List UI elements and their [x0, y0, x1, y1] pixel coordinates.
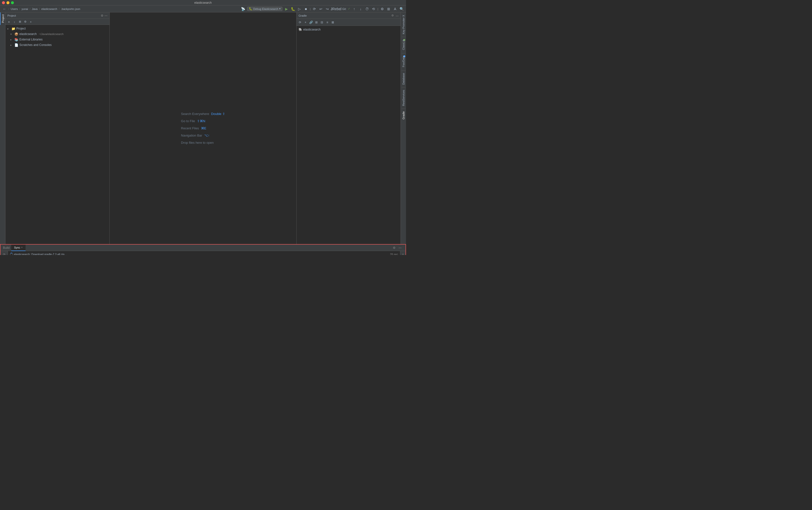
undo-icon[interactable]: ↩	[319, 6, 323, 11]
git-push-icon[interactable]: ↑	[352, 6, 357, 11]
maximize-button[interactable]	[11, 1, 14, 4]
run-config-selector[interactable]: 🐛 Debug Elasticsearch ▾	[247, 7, 283, 11]
tab-sync[interactable]: Sync ×	[11, 245, 26, 251]
gradle-expand-icon[interactable]: ⊞	[314, 20, 319, 25]
right-tab-strip: Key Promoter X ClassLib Foo/Data Databas…	[400, 12, 406, 244]
gradle-refresh-icon[interactable]: ⟳	[298, 20, 302, 25]
git-pull-icon[interactable]: ↓	[358, 6, 363, 11]
foodata-container: Foo/Data	[401, 54, 406, 69]
gradle-close-icon[interactable]: —	[396, 14, 398, 17]
gradle-collapse-icon[interactable]: ⊟	[320, 20, 324, 25]
close2-icon[interactable]: ×	[28, 19, 33, 24]
close-button[interactable]	[2, 1, 5, 4]
scratches-icon: 📄	[14, 43, 18, 47]
toolbar-right: 📡 🐛 Debug Elasticsearch ▾ ▶ 🐛 ▷ ■ | ⟳ ↩ …	[241, 6, 404, 11]
window-controls	[2, 1, 14, 4]
build-task-time: 26 sec	[390, 253, 398, 255]
hint-goto-label: Go to File	[181, 119, 195, 123]
debug-icon[interactable]: 🐛	[290, 6, 295, 11]
hint-drop-label: Drop files here to open	[181, 141, 214, 144]
translate-icon[interactable]: A	[393, 6, 397, 11]
stop-icon[interactable]: ■	[303, 6, 308, 11]
gradle-filter-icon[interactable]: ⊠	[330, 20, 335, 25]
tree-item-external-libs[interactable]: ▸ 📚 External Libraries	[5, 37, 110, 42]
gradle-add-icon[interactable]: +	[303, 20, 308, 25]
build-task: elasticsearch: Download gradle-7.2-all.z…	[10, 253, 67, 255]
gradle-link-icon[interactable]: 🔗	[308, 20, 313, 25]
sidebar-item-restservices[interactable]: RestServices	[401, 88, 406, 108]
hint-goto-shortcut: ⇧⌘N	[197, 119, 205, 123]
library-icon: 📚	[14, 37, 18, 41]
gradle-item-elasticsearch[interactable]: 🐘 elasticsearch	[299, 27, 398, 32]
tree-label-project: Project	[17, 27, 26, 30]
coverage-icon[interactable]: ▷	[297, 6, 302, 11]
sort-icon[interactable]: ↕	[12, 19, 17, 24]
gradle-group-icon[interactable]: ≡	[325, 20, 330, 25]
minimize-button[interactable]	[6, 1, 9, 4]
hint-recent-files: Recent Files ⌘E	[181, 126, 206, 130]
bookmark-icon[interactable]: ⊞	[386, 6, 391, 11]
sidebar-item-foodata[interactable]: Foo/Data	[401, 54, 406, 68]
breadcrumb-yunai[interactable]: yunai	[22, 7, 28, 10]
main-toolbar: ← / Users / yunai / Java / elasticsearch…	[0, 5, 406, 12]
git-status-label: Git:	[342, 7, 347, 10]
breadcrumb-java[interactable]: Java	[32, 7, 37, 10]
build-task-name: elasticsearch: Download gradle-7.2-all.z…	[14, 253, 67, 255]
breadcrumb-users[interactable]: Users	[11, 7, 18, 10]
sidebar-item-database[interactable]: Database	[401, 72, 406, 86]
hint-recent-label: Recent Files	[181, 126, 199, 130]
tree-sublabel-es: ~/Java/elasticsearch	[39, 32, 63, 35]
chevron-down-icon: ▾	[279, 7, 281, 10]
hint-nav-shortcut: ⌥↑	[204, 134, 210, 137]
expand-arrow-es-icon: ▾	[10, 33, 13, 35]
sync-icon[interactable]: ⟳	[312, 6, 317, 11]
breadcrumb-elasticsearch[interactable]: elasticsearch	[41, 7, 57, 10]
git-history-icon[interactable]: ⏱	[365, 6, 369, 11]
sidebar-item-classlib[interactable]: ClassLib	[401, 38, 406, 51]
filter-icon[interactable]: ⊞	[18, 19, 22, 24]
bottom-panel: Build Sync × ⚙ — ⟳ ■ ☆ 👁 📌 elasticsearch…	[0, 244, 406, 255]
panel-settings-icon[interactable]: ⚙	[101, 14, 103, 18]
tab-close-icon[interactable]: ×	[21, 246, 23, 249]
window-title: elasticsearch	[194, 1, 212, 4]
sidebar-item-gradle[interactable]: Gradle	[401, 110, 406, 121]
search-icon[interactable]: 🔍	[399, 6, 404, 11]
sidebar-item-key-promoter[interactable]: Key Promoter X	[401, 13, 406, 36]
project-panel-header: Project ⚙ —	[5, 12, 110, 19]
build-label-tab[interactable]: Build	[1, 246, 11, 250]
git-rollback-icon[interactable]: ⟲	[371, 6, 376, 11]
run-config-label: Debug Elasticsearch	[253, 7, 278, 10]
jrebel-icon[interactable]: JRebel	[334, 6, 338, 11]
hint-nav-label: Navigation Bar	[181, 134, 202, 137]
run-icon[interactable]: ▶	[284, 6, 289, 11]
gradle-settings-icon[interactable]: ⚙	[391, 14, 394, 17]
breadcrumb-file: .backportrc.json	[61, 7, 81, 10]
project-tree: ▸ 📁 Project ▾ 📦 elasticsearch ~/Java/ela…	[5, 25, 110, 244]
gradle-project-label: elasticsearch	[303, 28, 321, 31]
gradle-panel: Gradle ⚙ — ⟳ + 🔗 ⊞ ⊟ ≡ ⊠ 🐘 elasticsearch	[296, 12, 400, 244]
sidebar-item-project[interactable]: Project	[0, 12, 5, 25]
build-right-filter-icon[interactable]: ≡	[400, 252, 405, 255]
settings-icon[interactable]: ⚙	[380, 6, 385, 11]
panel-expand-icon[interactable]: —	[104, 14, 108, 18]
project-icon: 📁	[11, 27, 16, 31]
build-refresh-icon[interactable]: ⟳	[2, 252, 7, 255]
expand-arrow-libs-icon: ▸	[10, 38, 13, 41]
gradle-panel-title: Gradle	[299, 14, 307, 17]
build-right-strip: ≡ ⌧	[400, 251, 405, 255]
editor-area: Search Everywhere Double ⇧ Go to File ⇧⌘…	[110, 12, 296, 244]
run-config-icon: 🐛	[249, 7, 252, 10]
bottom-settings-icon[interactable]: ⚙	[392, 245, 397, 250]
expand-arrow-icon: ▸	[7, 27, 10, 30]
gradle-tree: 🐘 elasticsearch	[297, 26, 400, 244]
tree-item-elasticsearch[interactable]: ▾ 📦 elasticsearch ~/Java/elasticsearch	[5, 31, 110, 37]
collapse-all-icon[interactable]: ≡	[6, 19, 11, 24]
nav-back-icon[interactable]: ←	[2, 6, 7, 11]
antenna-icon[interactable]: 📡	[241, 6, 246, 11]
settings2-icon[interactable]: ⚙	[23, 19, 28, 24]
tree-item-scratches[interactable]: ▸ 📄 Scratches and Consoles	[5, 42, 110, 48]
redo-icon[interactable]: ↪	[325, 6, 330, 11]
build-header-row: elasticsearch: Download gradle-7.2-all.z…	[8, 251, 400, 255]
tree-item-project-root[interactable]: ▸ 📁 Project	[5, 26, 110, 31]
bottom-close-icon[interactable]: —	[397, 245, 402, 250]
